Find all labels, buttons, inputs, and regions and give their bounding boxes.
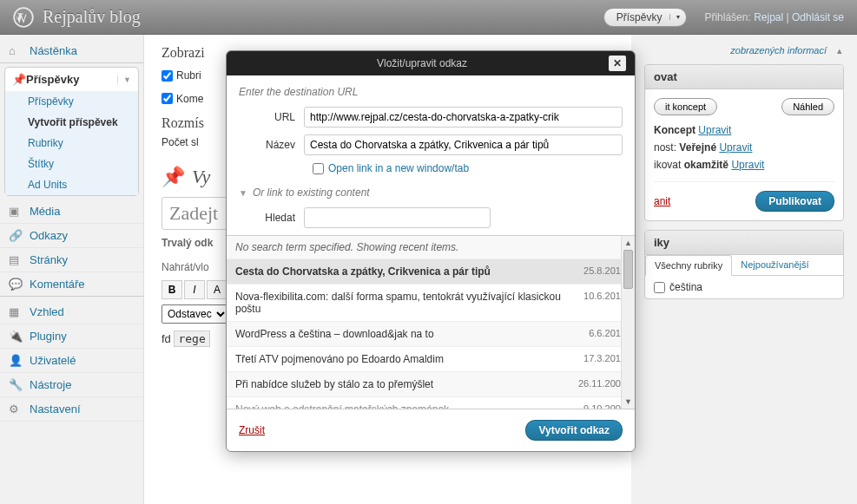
publish-panel: ovat it koncept Náhled Koncept Upravit n…: [644, 64, 844, 221]
result-date: 17.3.2010: [583, 353, 626, 365]
save-draft-button[interactable]: it koncept: [654, 98, 717, 115]
screen-options-toggle[interactable]: zobrazených informací: [644, 45, 844, 56]
nav-posts-head[interactable]: 📌Příspěvky▼: [5, 68, 138, 91]
cb-comments[interactable]: Kome: [162, 93, 203, 105]
nav-users[interactable]: 👤Uživatelé: [0, 349, 143, 373]
subnav-posts[interactable]: Příspěvky: [5, 91, 138, 112]
tab-all-categories[interactable]: Všechny rubriky: [645, 255, 732, 276]
italic-button[interactable]: I: [184, 280, 205, 299]
nav-comments[interactable]: 💬Komentáře: [0, 272, 143, 297]
strike-button[interactable]: A: [207, 280, 227, 299]
page-icon: ▤: [9, 253, 24, 266]
cancel-link[interactable]: Zrušit: [239, 424, 265, 436]
pin-icon: 📌: [12, 73, 26, 86]
nav-dashboard[interactable]: ⌂Nástěnka: [0, 39, 143, 63]
modal-titlebar[interactable]: Vložit/upravit odkaz ✕: [227, 51, 635, 75]
result-date: 10.6.2010: [583, 291, 626, 315]
result-item[interactable]: Nový web o odstranění mateřských znaméne…: [227, 396, 635, 409]
regex-token: rege: [174, 331, 209, 347]
publish-panel-head[interactable]: ovat: [645, 65, 843, 89]
status-line: Koncept Upravit: [654, 124, 834, 136]
settings-icon: ⚙: [9, 403, 24, 416]
result-item[interactable]: WordPress a čeština – download&jak na to…: [227, 321, 635, 346]
visibility-line: nost: Veřejné Upravit: [654, 141, 834, 154]
subnav-ad-units[interactable]: Ad Units: [5, 174, 138, 195]
comment-icon: 💬: [9, 278, 24, 291]
media-icon: ▣: [9, 205, 24, 218]
username-link[interactable]: Rejpal: [754, 11, 783, 23]
result-item[interactable]: Při nabídce služeb by stálo za to přemýš…: [227, 371, 635, 396]
login-prefix: Přihlášen:: [704, 11, 754, 23]
chevron-down-icon[interactable]: ▼: [117, 75, 131, 84]
publish-button[interactable]: Publikovat: [755, 191, 834, 212]
search-label: Hledat: [239, 212, 304, 224]
new-post-dropdown[interactable]: Příspěvky: [603, 8, 688, 27]
preview-button[interactable]: Náhled: [781, 98, 834, 115]
nav-posts-section: 📌Příspěvky▼ Příspěvky Vytvořit příspěvek…: [4, 67, 139, 196]
nav-plugins[interactable]: 🔌Pluginy: [0, 324, 143, 349]
close-icon[interactable]: ✕: [609, 56, 626, 71]
link-icon: 🔗: [9, 229, 24, 242]
nav-pages[interactable]: ▤Stránky: [0, 248, 143, 272]
newtab-label[interactable]: Open link in a new window/tab: [328, 162, 469, 174]
result-item[interactable]: Cesta do Chorvatska a zpátky, Crikvenica…: [227, 259, 635, 284]
edit-status-link[interactable]: Upravit: [698, 124, 731, 136]
url-input[interactable]: [304, 107, 623, 128]
category-item[interactable]: čeština: [645, 276, 843, 298]
search-input[interactable]: [304, 207, 491, 228]
right-column: zobrazených informací ovat it koncept Ná…: [631, 35, 857, 504]
user-info: Přihlášen: Rejpal | Odhlásit se: [704, 11, 844, 23]
paragraph-format-select[interactable]: Odstavec: [162, 304, 228, 324]
plugin-icon: 🔌: [9, 330, 24, 343]
newtab-checkbox[interactable]: [313, 163, 324, 174]
result-title: WordPress a čeština – download&jak na to: [235, 328, 589, 340]
subnav-categories[interactable]: Rubriky: [5, 133, 138, 154]
subnav-tags[interactable]: Štítky: [5, 154, 138, 174]
subnav-new-post[interactable]: Vytvořit příspěvek: [5, 112, 138, 133]
nav-settings[interactable]: ⚙Nastavení: [0, 397, 143, 422]
nav-media[interactable]: ▣Média: [0, 200, 143, 224]
existing-content-toggle[interactable]: ▼ Or link to existing content: [239, 187, 623, 199]
result-item[interactable]: Nova-flexibilita.com: další forma spamu,…: [227, 284, 635, 321]
tab-most-used[interactable]: Nejpoužívanější: [732, 255, 817, 275]
result-title: Nový web o odstranění mateřských znaméne…: [235, 403, 583, 409]
edit-schedule-link[interactable]: Upravit: [731, 159, 764, 171]
scrollbar[interactable]: ▲ ▼: [621, 236, 635, 409]
nav-links[interactable]: 🔗Odkazy: [0, 224, 143, 248]
modal-hint: Enter the destination URL: [239, 86, 623, 98]
result-title: Nova-flexibilita.com: další forma spamu,…: [235, 291, 583, 315]
create-link-button[interactable]: Vytvořit odkaz: [525, 420, 623, 441]
wordpress-logo-icon: [13, 7, 34, 28]
nav-appearance[interactable]: ▦Vzhled: [0, 300, 143, 324]
triangle-down-icon: ▼: [239, 188, 247, 198]
scroll-up-icon[interactable]: ▲: [622, 236, 635, 250]
blog-title[interactable]: Rejpalův blog: [43, 7, 603, 27]
move-to-trash-link[interactable]: anit: [654, 195, 670, 207]
no-term-message: No search term specified. Showing recent…: [227, 236, 635, 259]
logout-link[interactable]: Odhlásit se: [792, 11, 844, 23]
edit-visibility-link[interactable]: Upravit: [719, 141, 752, 154]
cb-categories[interactable]: Rubri: [162, 69, 201, 82]
bold-button[interactable]: B: [162, 280, 182, 299]
scrollbar-thumb[interactable]: [623, 250, 633, 289]
scroll-down-icon[interactable]: ▼: [622, 395, 635, 409]
result-title: Třetí ATV pojmenováno po Edoardo Amaldim: [235, 353, 583, 365]
schedule-line: ikovat okamžitě Upravit: [654, 159, 834, 171]
appearance-icon: ▦: [9, 305, 24, 318]
name-label: Název: [239, 139, 304, 151]
link-results-list: No search term specified. Showing recent…: [227, 235, 635, 409]
home-icon: ⌂: [9, 44, 24, 57]
nav-tools[interactable]: 🔧Nástroje: [0, 373, 143, 397]
tools-icon: 🔧: [9, 378, 24, 391]
categories-panel-head[interactable]: iky: [645, 231, 843, 255]
insert-link-modal: Vložit/upravit odkaz ✕ Enter the destina…: [226, 50, 636, 452]
result-date: 9.10.2009: [583, 403, 626, 409]
url-label: URL: [239, 111, 304, 123]
modal-title-text: Vložit/upravit odkaz: [235, 57, 609, 69]
result-item[interactable]: Třetí ATV pojmenováno po Edoardo Amaldim…: [227, 346, 635, 371]
name-input[interactable]: [304, 134, 623, 155]
admin-sidebar: ⌂Nástěnka 📌Příspěvky▼ Příspěvky Vytvořit…: [0, 35, 143, 504]
result-date: 25.8.2010: [583, 265, 626, 278]
admin-header: Rejpalův blog Příspěvky Přihlášen: Rejpa…: [0, 0, 857, 35]
categories-panel: iky Všechny rubriky Nejpoužívanější češt…: [644, 230, 844, 299]
